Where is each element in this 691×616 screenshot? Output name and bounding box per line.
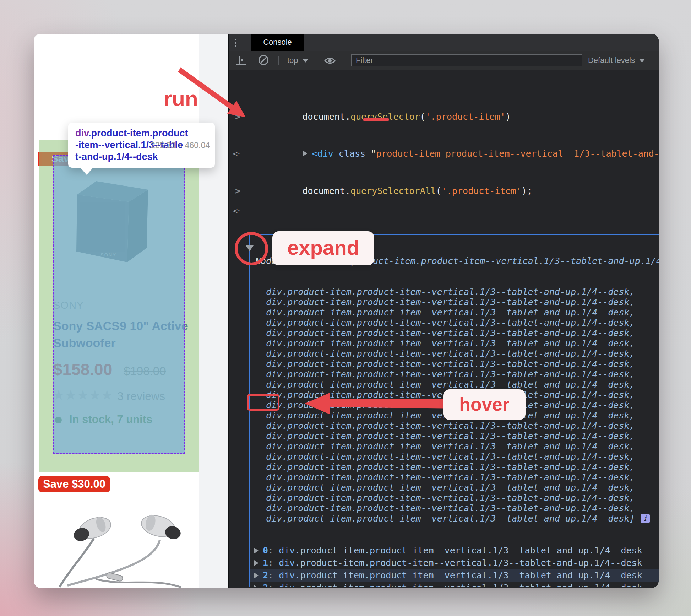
svg-text:SONY: SONY	[100, 252, 116, 258]
nodelist-preview-line: div.product-item.product-item--vertical.…	[250, 472, 659, 482]
tooltip-dimensions: 225.33 × 460.04	[151, 140, 210, 151]
nodelist-item-row-2[interactable]: 2: div.product-item.product-item--vertic…	[250, 569, 659, 582]
nodelist-preview-line: div.product-item.product-item--vertical.…	[250, 513, 659, 524]
nodelist-preview-line: div.product-item.product-item--vertical.…	[250, 359, 659, 369]
nodelist-preview-line: div.product-item.product-item--vertical.…	[250, 452, 659, 462]
nodelist-preview-line: div.product-item.product-item--vertical.…	[250, 379, 659, 390]
webpage-panel: Save $40.00 SONY SONY Sony SACS9 10" Act…	[34, 34, 199, 588]
product1-title[interactable]: Sony SACS9 10" ActiveSubwoofer	[53, 317, 188, 351]
run-annotation-label: run	[164, 86, 198, 111]
hover-annotation-label: hover	[443, 389, 526, 420]
nodelist-preview-line: div.product-item.product-item--vertical.…	[250, 462, 659, 472]
log-levels-dropdown[interactable]: Default levels	[588, 51, 645, 70]
nodelist-item-row-3[interactable]: 3: div.product-item.product-item--vertic…	[250, 582, 659, 587]
nodelist-preview-line: div.product-item.product-item--vertical.…	[250, 297, 659, 307]
nodelist-expanded-rows: 0: div.product-item.product-item--vertic…	[250, 544, 659, 587]
nodelist-preview-line: div.product-item.product-item--vertical.…	[250, 431, 659, 441]
nodelist-preview-line: div.product-item.product-item--vertical.…	[250, 338, 659, 348]
nodelist-preview-line: div.product-item.product-item--vertical.…	[250, 482, 659, 493]
in-stock-dot-icon	[55, 417, 62, 423]
nodelist-item-row-0[interactable]: 0: div.product-item.product-item--vertic…	[250, 544, 659, 557]
hover-row-rect-annotation	[247, 394, 279, 411]
clear-console-icon[interactable]	[259, 55, 268, 65]
product1-reviews-link[interactable]: 3 reviews	[117, 390, 165, 403]
filter-input[interactable]	[351, 54, 582, 66]
toolbar-divider	[651, 56, 651, 65]
expand-caret-icon[interactable]	[254, 548, 259, 553]
console-command-queryselectorall[interactable]: >document.querySelectorAll('.product-ite…	[229, 167, 659, 183]
live-expression-eye-icon[interactable]	[324, 56, 336, 65]
toolbar-divider	[343, 56, 343, 65]
console-toolbar: top Default levels	[229, 51, 659, 70]
kebab-menu-icon[interactable]	[235, 37, 237, 48]
inspect-tooltip: div.product-item.product -item--vertical…	[68, 123, 215, 168]
toolbar-divider	[317, 56, 317, 65]
expand-caret-icon[interactable]	[254, 585, 259, 587]
toolbar-divider	[278, 56, 279, 65]
tooltip-tag: div	[75, 128, 88, 139]
product1-old-price: $198.00	[124, 364, 166, 378]
product2-earbuds-image	[53, 504, 195, 588]
product1-brand: SONY	[53, 299, 84, 311]
info-icon[interactable]: i	[641, 514, 650, 523]
product1-stock-status: In stock, 7 units	[69, 413, 152, 426]
prompt-chevron-icon: >	[235, 183, 240, 199]
nodelist-preview-line: div.product-item.product-item--vertical.…	[250, 348, 659, 359]
result-marker-icon: <·	[233, 146, 240, 162]
browser-window: Save $40.00 SONY SONY Sony SACS9 10" Act…	[34, 34, 659, 588]
nodelist-preview-line: div.product-item.product-item--vertical.…	[250, 503, 659, 513]
expand-annotation-label: expand	[272, 231, 374, 265]
nodelist-collapse-caret-icon[interactable]	[246, 245, 254, 251]
tooltip-pointer	[80, 167, 93, 175]
nodelist-preview-line: div.product-item.product-item--vertical.…	[250, 328, 659, 338]
result-marker-icon: <·	[233, 206, 240, 215]
console-log-area: >document.querySelector('.product-item')…	[229, 70, 659, 587]
product1-price-row: $158.00$198.00	[53, 360, 166, 379]
expand-caret-icon[interactable]	[254, 560, 259, 566]
expand-caret-icon[interactable]	[254, 573, 259, 578]
nodelist-preview-line: div.product-item.product-item--vertical.…	[250, 441, 659, 452]
nodelist-preview-line: div.product-item.product-item--vertical.…	[250, 307, 659, 318]
nodelist-item-row-1[interactable]: 1: div.product-item.product-item--vertic…	[250, 557, 659, 569]
product1-star-rating: ★★★★★	[53, 388, 113, 402]
chevron-down-icon	[303, 59, 308, 63]
nodelist-preview-line: div.product-item.product-item--vertical.…	[250, 287, 659, 297]
queryselectorall-underline-annotation	[363, 118, 389, 121]
nodelist-preview-line: div.product-item.product-item--vertical.…	[250, 318, 659, 328]
product1-price: $158.00	[53, 360, 112, 379]
devtools-tabbar: Console	[229, 34, 659, 51]
nodelist-preview-line: div.product-item.product-item--vertical.…	[250, 369, 659, 379]
expand-caret-icon[interactable]	[303, 150, 307, 157]
console-result-element[interactable]: <·<div class="product-item product-item-…	[229, 130, 659, 146]
tab-console[interactable]: Console	[251, 34, 304, 51]
prompt-chevron-icon: >	[235, 109, 240, 125]
screenshot-stage: Save $40.00 SONY SONY Sony SACS9 10" Act…	[0, 0, 691, 616]
sidebar-toggle-icon[interactable]	[236, 56, 246, 65]
product2-save-badge: Save $30.00	[38, 476, 110, 492]
product1-subwoofer-image: SONY	[69, 167, 154, 274]
nodelist-preview-line: div.product-item.product-item--vertical.…	[250, 421, 659, 431]
console-command-queryselector[interactable]: >document.querySelector('.product-item')	[229, 91, 659, 109]
chevron-down-icon	[639, 59, 645, 63]
context-selector-dropdown[interactable]: top	[287, 51, 308, 70]
nodelist-preview-line: div.product-item.product-item--vertical.…	[250, 493, 659, 503]
devtools-panel: Console top Default levels >docum	[228, 34, 659, 588]
